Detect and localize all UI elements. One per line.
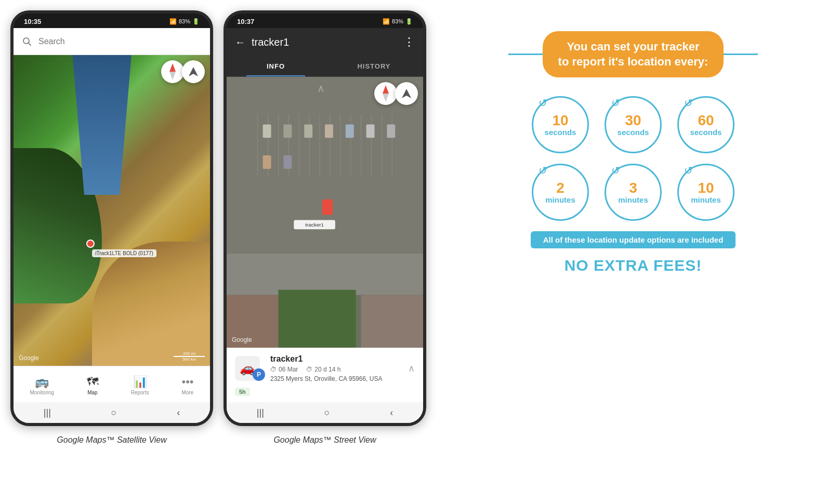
ig-included-banner: All of these location update options are…	[531, 231, 736, 248]
phone2-navigation-button[interactable]	[395, 82, 418, 105]
svg-rect-27	[346, 124, 354, 138]
phone2-compass-button[interactable]	[374, 82, 397, 105]
phone1-time: 10:35	[24, 18, 41, 25]
svg-line-1	[29, 43, 31, 45]
nav-monitoring[interactable]: 🚌 Monitoring	[30, 375, 54, 395]
sys-nav-home[interactable]: ○	[101, 405, 127, 420]
ig-circles-row2: ↺ 2 minutes ↺ 3 minutes ↺ 10 minutes	[532, 164, 734, 221]
svg-rect-22	[361, 295, 423, 348]
info-panel: 🚗 P tracker1 ⏱ 06 Mar ⏱ 20 d 14	[227, 348, 423, 402]
reports-icon: 📊	[133, 375, 147, 389]
compass-button[interactable]	[161, 60, 184, 83]
circle-10sec-num: 10	[552, 113, 568, 128]
circle-10sec-unit: seconds	[545, 128, 576, 137]
circle-3min-unit: minutes	[618, 195, 648, 204]
tracker-meta: ⏱ 06 Mar ⏱ 20 d 14 h	[270, 366, 403, 373]
search-input[interactable]	[38, 37, 204, 46]
meta-date: ⏱ 06 Mar	[270, 366, 298, 373]
circle-2min: ↺ 2 minutes	[532, 164, 589, 221]
phone1-app-content: iTrack1LTE BOLD (0177) Google 200 mi 500…	[14, 28, 210, 423]
panel-expand-button[interactable]: ∧	[408, 363, 415, 374]
phone1-wrapper: 10:35 📶 83% 🔋	[10, 10, 213, 445]
phone1-map-area[interactable]: iTrack1LTE BOLD (0177) Google 200 mi 500…	[14, 55, 210, 366]
phone2-status-bar: 10:37 📶 83% 🔋	[227, 14, 423, 28]
ig-title-box: You can set your tracker to report it's …	[543, 31, 724, 77]
svg-rect-32	[322, 200, 333, 215]
more-label: More	[182, 390, 194, 395]
circle-2min-num: 2	[556, 181, 565, 195]
phone1-system-nav: ||| ○ ‹	[14, 402, 210, 423]
svg-marker-2	[189, 67, 198, 76]
tracker-info: tracker1 ⏱ 06 Mar ⏱ 20 d 14 h 2325 Mye	[270, 354, 403, 382]
phone1-frame: 10:35 📶 83% 🔋	[10, 10, 213, 426]
ig-no-fees: NO EXTRA FEES!	[565, 257, 702, 274]
circle-3min-arrow: ↺	[611, 164, 620, 177]
circle-60sec-num: 60	[698, 113, 714, 128]
sys-nav-recent[interactable]: |||	[33, 405, 61, 420]
svg-rect-20	[278, 290, 356, 348]
circle-60sec-arrow: ↺	[684, 97, 693, 109]
more-icon: •••	[181, 375, 193, 389]
phone1-status-icons: 📶 83% 🔋	[169, 18, 200, 25]
tab-history[interactable]: HISTORY	[325, 56, 423, 76]
tracker-icon-group: 🚗 P	[235, 356, 265, 381]
svg-rect-19	[227, 254, 423, 295]
ig-right-line	[724, 54, 758, 55]
more-menu-button[interactable]: ⋮	[403, 35, 415, 49]
circle-10sec-arrow: ↺	[539, 97, 547, 109]
svg-rect-26	[325, 124, 333, 138]
timer-icon: ⏱	[306, 366, 312, 373]
svg-marker-35	[402, 89, 411, 98]
phone1-search-bar[interactable]	[14, 28, 210, 55]
scale-bar: 200 mi 500 km	[174, 351, 205, 362]
phone2-sys-nav-home[interactable]: ○	[314, 405, 340, 420]
sys-nav-back[interactable]: ‹	[166, 405, 190, 420]
address: 2325 Myers St, Oroville, CA 95966, USA	[270, 375, 403, 382]
circle-10min-num: 10	[698, 181, 714, 195]
phone2-app-header: ← tracker1 ⋮	[227, 28, 423, 56]
nav-more[interactable]: ••• More	[181, 375, 193, 395]
satellite-map	[14, 55, 210, 366]
circle-10min: ↺ 10 minutes	[677, 164, 734, 221]
svg-rect-31	[283, 155, 292, 169]
circle-60sec: ↺ 60 seconds	[677, 96, 734, 153]
circle-2min-unit: minutes	[545, 195, 575, 204]
navigation-button[interactable]	[182, 60, 205, 83]
nav-reports[interactable]: 📊 Reports	[131, 375, 149, 395]
google-watermark: Google	[19, 354, 39, 362]
tracker-title: tracker1	[252, 36, 397, 48]
circle-3min: ↺ 3 minutes	[605, 164, 662, 221]
ig-header: You can set your tracker to report it's …	[508, 31, 758, 77]
map-label: Map	[87, 390, 97, 395]
phone1-caption: Google Maps™ Satellite View	[57, 435, 166, 445]
phone2-system-nav: ||| ○ ‹	[227, 402, 423, 423]
tracker-label: iTrack1LTE BOLD (0177)	[92, 249, 156, 257]
circle-10min-unit: minutes	[691, 195, 721, 204]
ig-title-line1: You can set your tracker	[558, 39, 708, 55]
back-button[interactable]: ←	[235, 36, 245, 48]
nav-map[interactable]: 🗺 Map	[87, 375, 98, 395]
reports-label: Reports	[131, 390, 149, 395]
phone2-sys-nav-back[interactable]: ‹	[379, 405, 403, 420]
circle-30sec-arrow: ↺	[611, 97, 620, 109]
svg-rect-4	[227, 77, 423, 269]
svg-text:tracker1: tracker1	[305, 222, 324, 228]
phone2-sys-nav-recent[interactable]: |||	[246, 405, 274, 420]
time-badge: 5h	[235, 386, 415, 396]
phone2-map-area[interactable]: tracker1 Google ∧	[227, 77, 423, 348]
circle-30sec-num: 30	[625, 113, 641, 128]
phone2-time: 10:37	[237, 18, 254, 25]
monitoring-label: Monitoring	[30, 390, 54, 395]
infographic: You can set your tracker to report it's …	[437, 10, 830, 295]
phone2-google-watermark: Google	[232, 336, 252, 343]
circle-60sec-unit: seconds	[690, 128, 722, 137]
tracker-p-badge: P	[253, 368, 265, 381]
svg-rect-23	[263, 124, 271, 138]
scroll-indicator: ∧	[317, 82, 325, 95]
monitoring-icon: 🚌	[35, 375, 49, 389]
tab-info[interactable]: INFO	[227, 56, 325, 76]
circle-30sec-unit: seconds	[618, 128, 649, 137]
meta-duration: ⏱ 20 d 14 h	[306, 366, 340, 373]
svg-rect-30	[263, 155, 271, 169]
tracker-pin	[86, 240, 95, 248]
